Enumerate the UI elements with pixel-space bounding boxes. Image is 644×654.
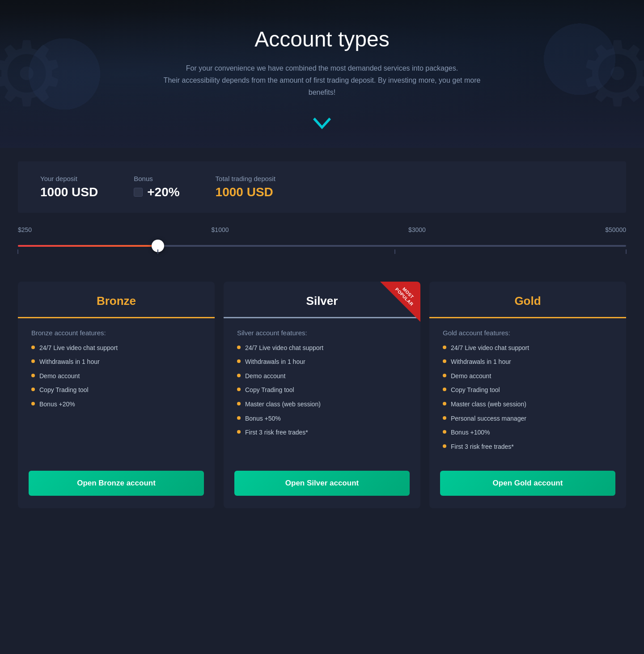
hero-section: ⚙ ⚙ Account types For your convenience w… (0, 0, 644, 148)
feature-text-gold-6: Bonus +100% (451, 428, 490, 437)
card-footer-gold: Open Gold account (429, 462, 626, 508)
feature-bullet-silver-5 (237, 416, 241, 420)
feature-bullet-gold-5 (443, 416, 446, 420)
feature-bullet-silver-6 (237, 430, 241, 434)
card-body-bronze: Bronze account features: 24/7 Live video… (18, 318, 215, 462)
feature-bullet-silver-4 (237, 402, 241, 405)
feature-text-silver-6: First 3 risk free trades* (245, 428, 308, 437)
feature-text-silver-3: Copy Trading tool (245, 386, 294, 395)
feature-item-silver-3: Copy Trading tool (237, 386, 407, 395)
feature-text-silver-1: Withdrawals in 1 hour (245, 358, 305, 367)
feature-bullet-silver-0 (237, 346, 241, 349)
feature-item-gold-6: Bonus +100% (443, 428, 613, 437)
feature-list-bronze: 24/7 Live video chat support Withdrawals… (31, 344, 201, 409)
feature-bullet-gold-4 (443, 402, 446, 405)
total-deposit-amount: 1000 (216, 185, 243, 199)
feature-item-silver-5: Bonus +50% (237, 414, 407, 423)
your-deposit-amount: 1000 (40, 185, 68, 199)
slider-label-mark1: $1000 (212, 226, 229, 233)
feature-bullet-bronze-1 (31, 359, 35, 363)
slider-label-max: $50000 (605, 226, 626, 233)
open-account-button-bronze[interactable]: Open Bronze account (29, 471, 204, 496)
slider-labels: $250 $1000 $3000 $50000 (18, 226, 626, 233)
feature-item-gold-1: Withdrawals in 1 hour (443, 358, 613, 367)
slider-fill (18, 245, 158, 247)
feature-item-bronze-0: 24/7 Live video chat support (31, 344, 201, 353)
feature-text-bronze-0: 24/7 Live video chat support (39, 344, 118, 353)
feature-text-gold-5: Personal success manager (451, 414, 526, 423)
feature-item-silver-2: Demo account (237, 372, 407, 381)
total-deposit-currency: USD (243, 185, 273, 199)
card-body-silver: Silver account features: 24/7 Live video… (224, 318, 420, 462)
feature-bullet-gold-2 (443, 374, 446, 377)
bonus-toggle: +20% (134, 185, 179, 199)
feature-item-gold-5: Personal success manager (443, 414, 613, 423)
feature-text-silver-0: 24/7 Live video chat support (245, 344, 323, 353)
subtitle-line1: For your convenience we have combined th… (186, 64, 458, 72)
card-footer-silver: Open Silver account (224, 462, 420, 508)
card-title-bronze: Bronze (97, 294, 136, 308)
cards-section: Bronze Bronze account features: 24/7 Liv… (0, 273, 644, 536)
feature-list-silver: 24/7 Live video chat support Withdrawals… (237, 344, 407, 437)
bonus-item: Bonus +20% (134, 175, 179, 199)
feature-item-gold-0: 24/7 Live video chat support (443, 344, 613, 353)
features-label-bronze: Bronze account features: (31, 329, 201, 337)
total-deposit-label: Total trading deposit (216, 175, 275, 182)
feature-bullet-bronze-3 (31, 388, 35, 391)
card-title-silver: Silver (306, 294, 338, 308)
feature-bullet-bronze-2 (31, 374, 35, 377)
feature-bullet-bronze-0 (31, 346, 35, 349)
feature-list-gold: 24/7 Live video chat support Withdrawals… (443, 344, 613, 451)
bonus-value: +20% (147, 185, 179, 199)
feature-item-gold-3: Copy Trading tool (443, 386, 613, 395)
feature-bullet-silver-3 (237, 388, 241, 391)
card-header-bronze: Bronze (18, 282, 215, 318)
feature-bullet-gold-1 (443, 359, 446, 363)
subtitle-line2: Their accessibility depends from the amo… (164, 76, 481, 96)
total-deposit-item: Total trading deposit 1000 USD (216, 175, 275, 199)
feature-bullet-silver-1 (237, 359, 241, 363)
open-account-button-gold[interactable]: Open Gold account (440, 471, 615, 496)
total-deposit-value: 1000 USD (216, 185, 275, 199)
page-wrapper: ⚙ ⚙ Account types For your convenience w… (0, 0, 644, 535)
feature-item-silver-1: Withdrawals in 1 hour (237, 358, 407, 367)
feature-text-silver-5: Bonus +50% (245, 414, 281, 423)
chevron-down-icon (18, 117, 626, 130)
feature-item-gold-2: Demo account (443, 372, 613, 381)
slider-label-min: $250 (18, 226, 32, 233)
page-title: Account types (18, 27, 626, 51)
bonus-checkbox[interactable] (134, 188, 143, 197)
card-header-gold: Gold (429, 282, 626, 318)
feature-text-bronze-2: Demo account (39, 372, 80, 381)
feature-item-silver-6: First 3 risk free trades* (237, 428, 407, 437)
your-deposit-item: Your deposit 1000 USD (40, 175, 98, 199)
your-deposit-value: 1000 USD (40, 185, 98, 199)
feature-item-bronze-2: Demo account (31, 372, 201, 381)
card-silver: MOST POPULAR Silver Silver account featu… (224, 282, 420, 509)
feature-bullet-gold-0 (443, 346, 446, 349)
feature-item-bronze-1: Withdrawals in 1 hour (31, 358, 201, 367)
slider-tick-250 (17, 249, 18, 254)
card-bronze: Bronze Bronze account features: 24/7 Liv… (18, 282, 215, 509)
feature-bullet-gold-3 (443, 388, 446, 391)
slider-label-mark2: $3000 (408, 226, 426, 233)
slider-tick-3000 (394, 249, 395, 254)
feature-bullet-gold-7 (443, 444, 446, 448)
feature-text-gold-0: 24/7 Live video chat support (451, 344, 529, 353)
open-account-button-silver[interactable]: Open Silver account (234, 471, 410, 496)
slider-container[interactable] (18, 237, 626, 255)
feature-text-bronze-1: Withdrawals in 1 hour (39, 358, 100, 367)
page-subtitle: For your convenience we have combined th… (152, 62, 492, 99)
card-title-gold: Gold (514, 294, 541, 308)
feature-item-bronze-4: Bonus +20% (31, 400, 201, 409)
feature-text-gold-7: First 3 risk free trades* (451, 443, 514, 451)
feature-text-gold-3: Copy Trading tool (451, 386, 500, 395)
features-label-silver: Silver account features: (237, 329, 407, 337)
card-footer-bronze: Open Bronze account (18, 462, 215, 508)
feature-bullet-bronze-4 (31, 402, 35, 405)
feature-bullet-gold-6 (443, 430, 446, 434)
bonus-label: Bonus (134, 175, 179, 182)
slider-section: $250 $1000 $3000 $50000 (0, 213, 644, 273)
most-popular-badge: MOST POPULAR (380, 282, 420, 322)
feature-text-gold-1: Withdrawals in 1 hour (451, 358, 511, 367)
